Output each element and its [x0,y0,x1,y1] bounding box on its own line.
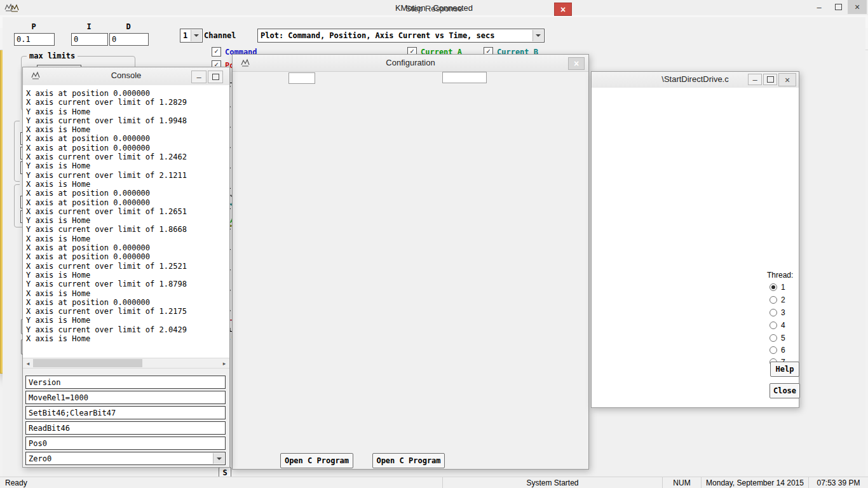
console-command-input[interactable]: MoveRel1=1000 [25,391,226,404]
p-input[interactable]: 0.1 [14,33,55,46]
console-command-combo[interactable]: Zero0 [25,452,226,465]
command-text: SetBit46;ClearBit47 [29,409,116,417]
scrollbar-thumb[interactable] [33,359,142,367]
thread-radio-label: 1 [781,283,785,292]
radio-icon[interactable] [770,283,777,291]
command-text: Version [29,378,61,387]
thread-radio-label: 3 [781,308,785,317]
thread-label: Thread: [767,271,793,280]
configuration-titlebar[interactable]: Configuration [233,55,588,72]
plot-type-value: Plot: Command, Position, Axis Current vs… [261,31,494,40]
i-input[interactable]: 0 [71,33,108,46]
log-line: X axis at position 0.000000 [26,89,226,98]
d-label: D [109,22,147,31]
thread-radio-5[interactable]: 5 [770,334,785,342]
log-line: Y axis current over limit of 1.9948 [26,116,226,125]
status-date: Monday, September 14 2015 [701,477,808,488]
log-line: X axis at position 0.000000 [26,298,226,307]
log-line: Y axis is Home [26,316,226,325]
console-command-input[interactable]: SetBit46;ClearBit47 [25,406,226,419]
status-ready: Ready [0,477,442,488]
thread-radio-4[interactable]: 4 [770,321,785,330]
log-line: X axis is Home [26,234,226,243]
console-maximize-button[interactable] [208,71,223,83]
thread-radio-6[interactable]: 6 [770,346,785,355]
log-line: X axis current over limit of 1.2462 [26,152,226,161]
log-line: Y axis is Home [26,161,226,170]
editor-minimize-button[interactable] [748,74,762,85]
radio-icon[interactable] [770,334,777,342]
open-c-program-button[interactable]: Open C Program [280,453,353,468]
max-limits-label: max limits [27,51,78,60]
status-system: System Started [442,477,662,488]
radio-icon[interactable] [770,346,777,354]
command-text: Pos0 [29,439,47,448]
log-line: Y axis is Home [26,216,226,225]
partial-control [442,72,487,83]
editor-window: \StartDirectDrive.c Thread: 1234567 Help… [591,71,799,408]
channel-label: Channel [204,31,236,40]
scrollbar-track[interactable] [33,358,219,368]
channel-select[interactable]: 1 [180,29,203,43]
log-line: X axis is Home [26,289,226,298]
configuration-close-button[interactable] [568,57,585,70]
log-line: Y axis current over limit of 2.1211 [26,171,226,180]
radio-icon[interactable] [770,322,777,329]
d-input[interactable]: 0 [109,33,149,46]
command-text: Zero0 [29,454,51,463]
thread-radio-3[interactable]: 3 [770,308,785,317]
chevron-down-icon[interactable] [532,30,543,41]
configuration-window: Configuration Open C Program Open C Prog… [232,54,589,470]
radio-icon[interactable] [770,296,777,304]
log-line: X axis current over limit of 1.2651 [26,207,226,216]
scroll-left-arrow[interactable] [23,358,33,368]
log-line: X axis current over limit of 1.2175 [26,307,226,316]
thread-radio-label: 6 [781,346,785,355]
editor-help-button[interactable]: Help [770,362,799,377]
log-line: Y axis current over limit of 2.0429 [26,325,226,334]
status-time: 07:53 39 PM [808,477,868,488]
editor-titlebar[interactable]: \StartDirectDrive.c [592,72,799,88]
plot-type-select[interactable]: Plot: Command, Position, Axis Current vs… [257,29,545,43]
scroll-right-arrow[interactable] [219,358,229,368]
checkbox-box[interactable]: ✓ [212,47,221,57]
console-horizontal-scrollbar[interactable] [23,358,229,369]
editor-close-action-button[interactable]: Close [770,383,800,398]
log-line: Y axis current over limit of 1.8798 [26,280,226,288]
log-line: X axis at position 0.000000 [26,198,226,207]
log-line: X axis is Home [26,125,226,134]
log-line: X axis at position 0.000000 [26,134,226,143]
chevron-down-icon[interactable] [213,453,224,464]
log-line: Y axis is Home [26,107,226,116]
console-command-input[interactable]: Pos0 [25,437,226,450]
editor-maximize-button[interactable] [763,74,777,85]
partial-control [288,72,315,84]
log-line: X axis at position 0.000000 [26,144,226,152]
status-num-lock: NUM [662,477,701,488]
log-line: Y axis is Home [26,271,226,280]
i-label: I [71,22,107,31]
open-c-program-button[interactable]: Open C Program [372,453,445,468]
chevron-down-icon[interactable] [191,30,201,41]
desktop: { "app": { "title": "KMotion - Connected… [0,0,868,488]
step-response-close-button[interactable] [554,3,572,16]
channel-value: 1 [183,31,187,40]
command-text: MoveRel1=1000 [29,393,88,402]
thread-radio-label: 5 [781,334,785,342]
log-line: X axis is Home [26,180,226,189]
console-titlebar[interactable]: Console [23,67,229,86]
configuration-title: Configuration [233,58,588,67]
thread-radio-2[interactable]: 2 [770,295,785,304]
log-line: X axis current over limit of 1.2521 [26,262,226,271]
p-label: P [14,22,53,31]
console-command-input[interactable]: ReadBit46 [25,421,226,435]
log-line: X axis at position 0.000000 [26,252,226,261]
thread-radio-1[interactable]: 1 [770,283,785,292]
radio-icon[interactable] [770,309,777,316]
console-minimize-button[interactable] [191,71,207,83]
log-line: Y axis current over limit of 1.8668 [26,225,226,234]
editor-close-button[interactable] [778,73,796,86]
log-line: X axis is Home [26,334,226,343]
log-line: X axis at position 0.000000 [26,243,226,252]
console-command-input[interactable]: Version [25,376,226,389]
